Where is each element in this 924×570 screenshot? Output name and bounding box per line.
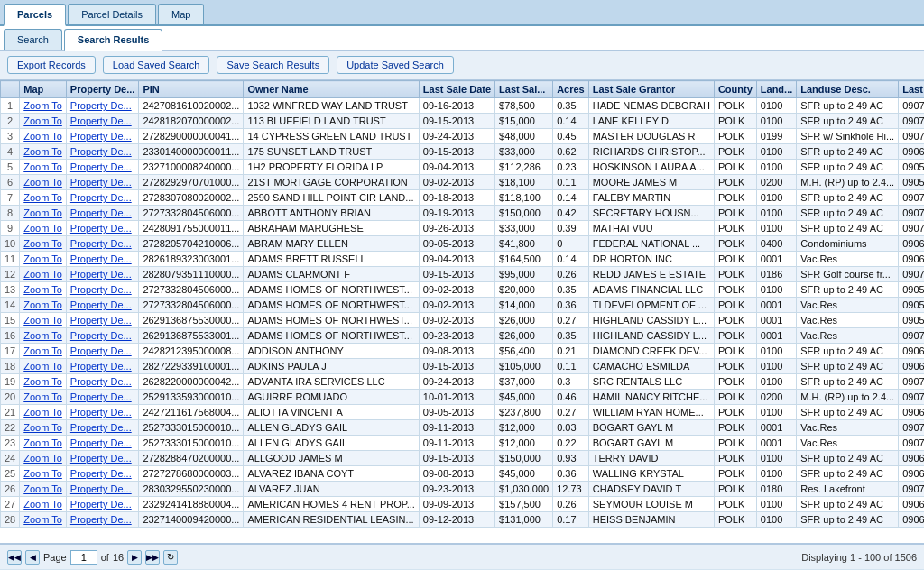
property-de-link[interactable]: Property De... bbox=[66, 436, 139, 451]
property-de-link[interactable]: Property De... bbox=[66, 114, 139, 129]
landuse-desc: Vac.Res bbox=[797, 420, 899, 436]
zoom-to-link[interactable]: Zoom To bbox=[20, 252, 67, 267]
property-de-link[interactable]: Property De... bbox=[66, 466, 139, 482]
zoom-to-link[interactable]: Zoom To bbox=[20, 420, 67, 436]
col-header-grantor[interactable]: Last Sale Grantor bbox=[588, 81, 714, 98]
zoom-to-link[interactable]: Zoom To bbox=[20, 221, 67, 236]
last-sal-1: 09076 bbox=[899, 129, 924, 144]
col-header-date[interactable]: Last Sale Date bbox=[419, 81, 494, 98]
tab-map[interactable]: Map bbox=[158, 4, 204, 24]
property-de-link[interactable]: Property De... bbox=[66, 175, 139, 190]
col-header-land[interactable]: Land... bbox=[756, 81, 796, 98]
save-search-results-button[interactable]: Save Search Results bbox=[217, 56, 329, 74]
property-de-link[interactable]: Property De... bbox=[66, 298, 139, 313]
property-de-link[interactable]: Property De... bbox=[66, 344, 139, 359]
property-de-link[interactable]: Property De... bbox=[66, 252, 139, 267]
zoom-to-link[interactable]: Zoom To bbox=[20, 313, 67, 328]
table-row: 1Zoom ToProperty De...2427081610020002..… bbox=[1, 98, 925, 114]
zoom-to-link[interactable]: Zoom To bbox=[20, 282, 67, 298]
total-pages: 16 bbox=[113, 552, 124, 563]
subtab-search[interactable]: Search bbox=[4, 29, 62, 50]
property-de-link[interactable]: Property De... bbox=[66, 512, 139, 528]
last-sale-amount: $26,000 bbox=[495, 313, 553, 328]
property-de-link[interactable]: Property De... bbox=[66, 420, 139, 436]
prev-page-button[interactable]: ◀ bbox=[25, 550, 40, 565]
zoom-to-link[interactable]: Zoom To bbox=[20, 451, 67, 466]
zoom-to-link[interactable]: Zoom To bbox=[20, 405, 67, 420]
zoom-to-link[interactable]: Zoom To bbox=[20, 328, 67, 344]
property-de-link[interactable]: Property De... bbox=[66, 482, 139, 497]
zoom-to-link[interactable]: Zoom To bbox=[20, 436, 67, 451]
export-records-button[interactable]: Export Records bbox=[7, 56, 96, 74]
zoom-to-link[interactable]: Zoom To bbox=[20, 466, 67, 482]
last-sale-grantor: FEDERAL NATIONAL ... bbox=[588, 236, 714, 252]
col-header-owner[interactable]: Owner Name bbox=[244, 81, 419, 98]
zoom-to-link[interactable]: Zoom To bbox=[20, 344, 67, 359]
property-de-link[interactable]: Property De... bbox=[66, 313, 139, 328]
col-header-sale[interactable]: Last Sal... bbox=[495, 81, 553, 98]
zoom-to-link[interactable]: Zoom To bbox=[20, 206, 67, 221]
col-header-acres[interactable]: Acres bbox=[553, 81, 589, 98]
property-de-link[interactable]: Property De... bbox=[66, 267, 139, 282]
zoom-to-link[interactable]: Zoom To bbox=[20, 374, 67, 390]
zoom-to-link[interactable]: Zoom To bbox=[20, 298, 67, 313]
zoom-to-link[interactable]: Zoom To bbox=[20, 390, 67, 405]
subtab-search-results[interactable]: Search Results bbox=[64, 29, 162, 51]
property-de-link[interactable]: Property De... bbox=[66, 328, 139, 344]
tab-parcels[interactable]: Parcels bbox=[4, 4, 66, 26]
col-header-county[interactable]: County bbox=[714, 81, 756, 98]
zoom-to-link[interactable]: Zoom To bbox=[20, 175, 67, 190]
zoom-to-link[interactable]: Zoom To bbox=[20, 98, 67, 114]
col-header-landuse[interactable]: Landuse Desc. bbox=[797, 81, 899, 98]
row-number: 14 bbox=[1, 298, 20, 313]
property-de-link[interactable]: Property De... bbox=[66, 206, 139, 221]
col-header-pin[interactable]: PIN bbox=[139, 81, 244, 98]
col-header-last1[interactable]: Last Sal... bbox=[899, 81, 924, 98]
property-de-link[interactable]: Property De... bbox=[66, 451, 139, 466]
update-saved-search-button[interactable]: Update Saved Search bbox=[337, 56, 454, 74]
first-page-button[interactable]: ◀◀ bbox=[7, 550, 22, 565]
zoom-to-link[interactable]: Zoom To bbox=[20, 236, 67, 252]
zoom-to-link[interactable]: Zoom To bbox=[20, 144, 67, 160]
zoom-to-link[interactable]: Zoom To bbox=[20, 482, 67, 497]
property-de-link[interactable]: Property De... bbox=[66, 129, 139, 144]
county-value: POLK bbox=[714, 313, 756, 328]
zoom-to-link[interactable]: Zoom To bbox=[20, 359, 67, 374]
page-input[interactable] bbox=[70, 550, 97, 565]
last-page-button[interactable]: ▶▶ bbox=[145, 550, 160, 565]
property-de-link[interactable]: Property De... bbox=[66, 160, 139, 175]
zoom-to-link[interactable]: Zoom To bbox=[20, 160, 67, 175]
zoom-to-link[interactable]: Zoom To bbox=[20, 190, 67, 206]
owner-name: ADAMS HOMES OF NORTHWEST... bbox=[244, 282, 419, 298]
next-page-button[interactable]: ▶ bbox=[127, 550, 142, 565]
load-saved-search-button[interactable]: Load Saved Search bbox=[103, 56, 210, 74]
property-de-link[interactable]: Property De... bbox=[66, 221, 139, 236]
property-de-link[interactable]: Property De... bbox=[66, 144, 139, 160]
property-de-link[interactable]: Property De... bbox=[66, 190, 139, 206]
tab-parcel-details[interactable]: Parcel Details bbox=[68, 4, 156, 24]
property-de-link[interactable]: Property De... bbox=[66, 405, 139, 420]
zoom-to-link[interactable]: Zoom To bbox=[20, 497, 67, 512]
refresh-button[interactable]: ↻ bbox=[163, 550, 178, 565]
zoom-to-link[interactable]: Zoom To bbox=[20, 267, 67, 282]
last-sale-date: 09-02-2013 bbox=[419, 313, 494, 328]
col-header-propde[interactable]: Property De... bbox=[66, 81, 139, 98]
owner-name: ALIOTTA VINCENT A bbox=[244, 405, 419, 420]
property-de-link[interactable]: Property De... bbox=[66, 374, 139, 390]
property-de-link[interactable]: Property De... bbox=[66, 98, 139, 114]
property-de-link[interactable]: Property De... bbox=[66, 359, 139, 374]
col-header-map[interactable]: Map bbox=[20, 81, 67, 98]
property-de-link[interactable]: Property De... bbox=[66, 390, 139, 405]
last-sale-date: 09-08-2013 bbox=[419, 466, 494, 482]
zoom-to-link[interactable]: Zoom To bbox=[20, 114, 67, 129]
last-sale-amount: $37,000 bbox=[495, 374, 553, 390]
property-de-link[interactable]: Property De... bbox=[66, 497, 139, 512]
results-table-container[interactable]: Map Property De... PIN Owner Name Last S… bbox=[0, 80, 924, 544]
col-header-num[interactable] bbox=[1, 81, 20, 98]
table-row: 15Zoom ToProperty De...2629136875530000.… bbox=[1, 313, 925, 328]
zoom-to-link[interactable]: Zoom To bbox=[20, 129, 67, 144]
property-de-link[interactable]: Property De... bbox=[66, 282, 139, 298]
zoom-to-link[interactable]: Zoom To bbox=[20, 512, 67, 528]
property-de-link[interactable]: Property De... bbox=[66, 236, 139, 252]
last-sal-1: 09065 bbox=[899, 512, 924, 528]
